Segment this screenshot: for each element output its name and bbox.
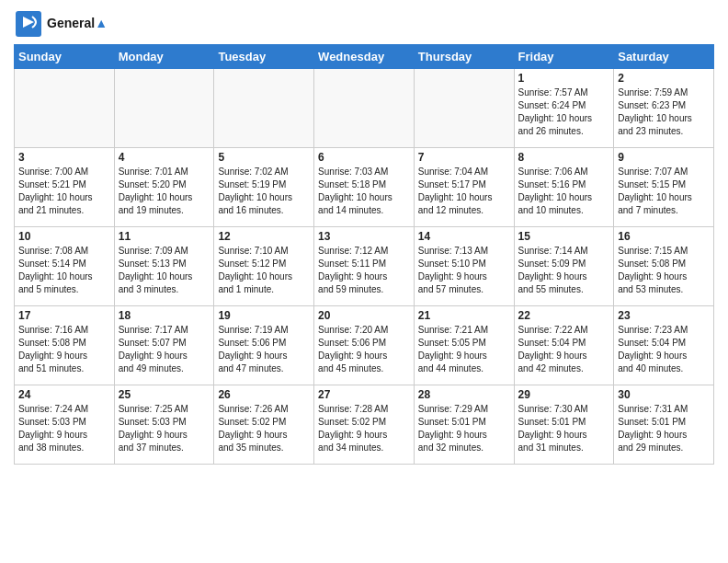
- day-info: Sunrise: 7:23 AM Sunset: 5:04 PM Dayligh…: [618, 324, 710, 375]
- day-number: 15: [518, 230, 610, 243]
- day-info: Sunrise: 7:25 AM Sunset: 5:03 PM Dayligh…: [119, 403, 210, 454]
- day-info: Sunrise: 7:02 AM Sunset: 5:19 PM Dayligh…: [218, 166, 310, 217]
- calendar-cell: 14Sunrise: 7:13 AM Sunset: 5:10 PM Dayli…: [414, 227, 514, 306]
- calendar-cell: 19Sunrise: 7:19 AM Sunset: 5:06 PM Dayli…: [214, 306, 314, 385]
- calendar-week-4: 17Sunrise: 7:16 AM Sunset: 5:08 PM Dayli…: [15, 306, 714, 385]
- day-number: 14: [418, 230, 510, 243]
- day-info: Sunrise: 7:29 AM Sunset: 5:01 PM Dayligh…: [418, 403, 510, 454]
- weekday-header-saturday: Saturday: [614, 45, 714, 69]
- day-info: Sunrise: 7:21 AM Sunset: 5:05 PM Dayligh…: [418, 324, 510, 375]
- calendar-cell: 15Sunrise: 7:14 AM Sunset: 5:09 PM Dayli…: [514, 227, 614, 306]
- day-number: 21: [418, 309, 510, 322]
- weekday-header-friday: Friday: [514, 45, 614, 69]
- calendar-cell: 6Sunrise: 7:03 AM Sunset: 5:18 PM Daylig…: [314, 148, 415, 227]
- day-number: 23: [618, 309, 710, 322]
- day-number: 2: [618, 72, 710, 85]
- calendar-cell: 28Sunrise: 7:29 AM Sunset: 5:01 PM Dayli…: [414, 385, 514, 465]
- day-number: 28: [418, 388, 510, 401]
- day-info: Sunrise: 7:01 AM Sunset: 5:20 PM Dayligh…: [119, 166, 210, 217]
- day-number: 16: [618, 230, 710, 243]
- calendar-week-2: 3Sunrise: 7:00 AM Sunset: 5:21 PM Daylig…: [15, 148, 714, 227]
- calendar-cell: 16Sunrise: 7:15 AM Sunset: 5:08 PM Dayli…: [614, 227, 714, 306]
- calendar-cell: 21Sunrise: 7:21 AM Sunset: 5:05 PM Dayli…: [414, 306, 514, 385]
- weekday-header-sunday: Sunday: [15, 45, 115, 69]
- calendar-cell: 27Sunrise: 7:28 AM Sunset: 5:02 PM Dayli…: [314, 385, 415, 465]
- calendar-week-5: 24Sunrise: 7:24 AM Sunset: 5:03 PM Dayli…: [15, 385, 714, 465]
- calendar-cell: [314, 69, 415, 148]
- calendar-cell: 22Sunrise: 7:22 AM Sunset: 5:04 PM Dayli…: [514, 306, 614, 385]
- day-info: Sunrise: 7:20 AM Sunset: 5:06 PM Dayligh…: [318, 324, 410, 375]
- logo: General▲: [14, 9, 108, 39]
- day-info: Sunrise: 7:26 AM Sunset: 5:02 PM Dayligh…: [218, 403, 310, 454]
- day-number: 29: [518, 388, 610, 401]
- day-info: Sunrise: 7:09 AM Sunset: 5:13 PM Dayligh…: [119, 245, 210, 296]
- calendar-cell: 23Sunrise: 7:23 AM Sunset: 5:04 PM Dayli…: [614, 306, 714, 385]
- day-number: 1: [518, 72, 610, 85]
- calendar-cell: 10Sunrise: 7:08 AM Sunset: 5:14 PM Dayli…: [15, 227, 115, 306]
- calendar-cell: 12Sunrise: 7:10 AM Sunset: 5:12 PM Dayli…: [214, 227, 314, 306]
- day-info: Sunrise: 7:19 AM Sunset: 5:06 PM Dayligh…: [218, 324, 310, 375]
- day-number: 6: [318, 151, 410, 164]
- day-info: Sunrise: 7:12 AM Sunset: 5:11 PM Dayligh…: [318, 245, 410, 296]
- calendar-cell: 25Sunrise: 7:25 AM Sunset: 5:03 PM Dayli…: [114, 385, 214, 465]
- day-number: 5: [218, 151, 310, 164]
- calendar-cell: 2Sunrise: 7:59 AM Sunset: 6:23 PM Daylig…: [614, 69, 714, 148]
- day-info: Sunrise: 7:17 AM Sunset: 5:07 PM Dayligh…: [119, 324, 210, 375]
- calendar-cell: 3Sunrise: 7:00 AM Sunset: 5:21 PM Daylig…: [15, 148, 115, 227]
- day-info: Sunrise: 7:00 AM Sunset: 5:21 PM Dayligh…: [18, 166, 110, 217]
- day-info: Sunrise: 7:15 AM Sunset: 5:08 PM Dayligh…: [618, 245, 710, 296]
- page: General▲ SundayMondayTuesdayWednesdayThu…: [0, 0, 728, 474]
- day-number: 13: [318, 230, 410, 243]
- calendar-cell: 11Sunrise: 7:09 AM Sunset: 5:13 PM Dayli…: [114, 227, 214, 306]
- day-number: 4: [119, 151, 210, 164]
- day-info: Sunrise: 7:07 AM Sunset: 5:15 PM Dayligh…: [618, 166, 710, 217]
- day-info: Sunrise: 7:24 AM Sunset: 5:03 PM Dayligh…: [18, 403, 110, 454]
- day-number: 17: [18, 309, 110, 322]
- day-number: 7: [418, 151, 510, 164]
- day-info: Sunrise: 7:30 AM Sunset: 5:01 PM Dayligh…: [518, 403, 610, 454]
- calendar: SundayMondayTuesdayWednesdayThursdayFrid…: [14, 44, 714, 465]
- calendar-cell: 20Sunrise: 7:20 AM Sunset: 5:06 PM Dayli…: [314, 306, 415, 385]
- calendar-cell: 7Sunrise: 7:04 AM Sunset: 5:17 PM Daylig…: [414, 148, 514, 227]
- day-number: 12: [218, 230, 310, 243]
- logo-text-line1: General▲: [47, 17, 108, 30]
- logo-icon: [14, 9, 43, 39]
- day-info: Sunrise: 7:16 AM Sunset: 5:08 PM Dayligh…: [18, 324, 110, 375]
- day-number: 27: [318, 388, 410, 401]
- day-info: Sunrise: 7:06 AM Sunset: 5:16 PM Dayligh…: [518, 166, 610, 217]
- calendar-cell: 17Sunrise: 7:16 AM Sunset: 5:08 PM Dayli…: [15, 306, 115, 385]
- day-number: 20: [318, 309, 410, 322]
- day-info: Sunrise: 7:59 AM Sunset: 6:23 PM Dayligh…: [618, 86, 710, 138]
- day-number: 26: [218, 388, 310, 401]
- day-number: 9: [618, 151, 710, 164]
- day-number: 3: [18, 151, 110, 164]
- day-info: Sunrise: 7:10 AM Sunset: 5:12 PM Dayligh…: [218, 245, 310, 296]
- day-number: 8: [518, 151, 610, 164]
- calendar-cell: 4Sunrise: 7:01 AM Sunset: 5:20 PM Daylig…: [114, 148, 214, 227]
- day-number: 25: [119, 388, 210, 401]
- calendar-cell: 5Sunrise: 7:02 AM Sunset: 5:19 PM Daylig…: [214, 148, 314, 227]
- day-info: Sunrise: 7:31 AM Sunset: 5:01 PM Dayligh…: [618, 403, 710, 454]
- calendar-cell: 13Sunrise: 7:12 AM Sunset: 5:11 PM Dayli…: [314, 227, 415, 306]
- calendar-cell: [214, 69, 314, 148]
- calendar-header-row: SundayMondayTuesdayWednesdayThursdayFrid…: [15, 45, 714, 69]
- day-number: 30: [618, 388, 710, 401]
- calendar-cell: 26Sunrise: 7:26 AM Sunset: 5:02 PM Dayli…: [214, 385, 314, 465]
- calendar-cell: 8Sunrise: 7:06 AM Sunset: 5:16 PM Daylig…: [514, 148, 614, 227]
- weekday-header-thursday: Thursday: [414, 45, 514, 69]
- day-info: Sunrise: 7:13 AM Sunset: 5:10 PM Dayligh…: [418, 245, 510, 296]
- calendar-cell: 24Sunrise: 7:24 AM Sunset: 5:03 PM Dayli…: [15, 385, 115, 465]
- calendar-cell: 1Sunrise: 7:57 AM Sunset: 6:24 PM Daylig…: [514, 69, 614, 148]
- calendar-cell: [114, 69, 214, 148]
- weekday-header-monday: Monday: [114, 45, 214, 69]
- calendar-cell: [414, 69, 514, 148]
- day-number: 10: [18, 230, 110, 243]
- day-number: 11: [119, 230, 210, 243]
- calendar-cell: [15, 69, 115, 148]
- day-number: 24: [18, 388, 110, 401]
- day-info: Sunrise: 7:22 AM Sunset: 5:04 PM Dayligh…: [518, 324, 610, 375]
- calendar-cell: 30Sunrise: 7:31 AM Sunset: 5:01 PM Dayli…: [614, 385, 714, 465]
- day-number: 22: [518, 309, 610, 322]
- day-number: 19: [218, 309, 310, 322]
- calendar-cell: 9Sunrise: 7:07 AM Sunset: 5:15 PM Daylig…: [614, 148, 714, 227]
